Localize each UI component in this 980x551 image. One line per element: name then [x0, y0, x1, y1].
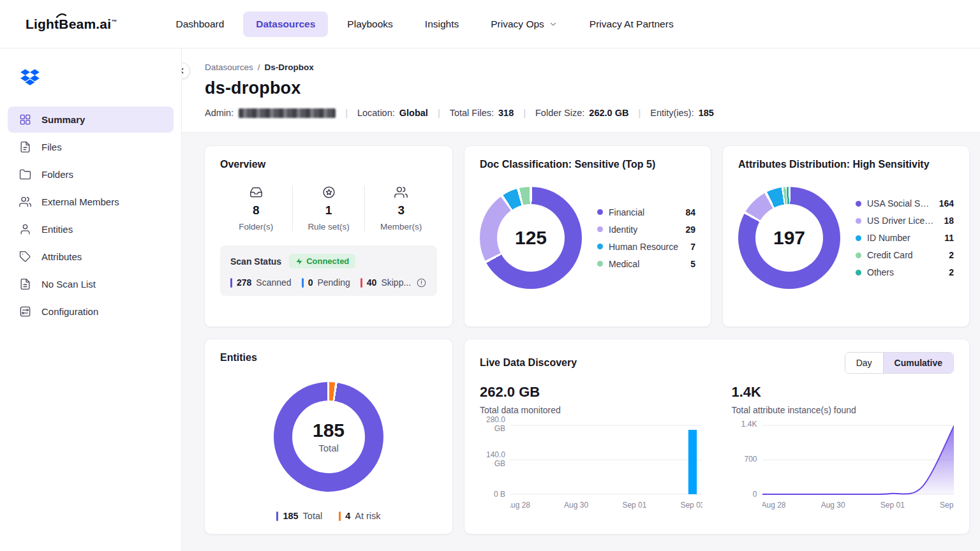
x-axis-tick: Sep 01 [622, 501, 646, 510]
data-monitored-bar-chart [510, 425, 702, 495]
zap-icon [295, 258, 303, 265]
sidebar-item-external-members[interactable]: External Members [8, 189, 174, 215]
y-axis-tick: 140.0 GB [480, 451, 505, 469]
overview-card-title: Overview [220, 159, 437, 170]
scan-count-scanned: 278Scanned [230, 277, 292, 288]
doc-classification-title: Doc Classification: Sensitive (Top 5) [480, 159, 695, 170]
users-icon [19, 196, 31, 208]
legend-label: Credit Card [867, 250, 941, 260]
dropbox-icon [8, 68, 174, 107]
sidebar-item-label: External Members [41, 196, 119, 207]
meta-value: 318 [498, 108, 514, 118]
overview-stat-member-s: 3Member(s) [365, 186, 437, 231]
sidebar-item-entities[interactable]: Entities [8, 216, 174, 242]
sidebar-item-configuration[interactable]: Configuration [8, 298, 174, 325]
scan-count-value: 0 [308, 277, 313, 288]
grid-icon [19, 114, 31, 126]
live-data-discovery-title: Live Data Discovery [480, 357, 577, 369]
sidebar-item-folders[interactable]: Folders [8, 161, 174, 187]
doc-classification-card: Doc Classification: Sensitive (Top 5) 12… [464, 145, 711, 327]
breadcrumb-parent[interactable]: Datasources [205, 62, 253, 72]
legend-dot [856, 270, 861, 276]
attributes-distribution-donut: 197 [738, 187, 840, 289]
meta-value: 185 [699, 108, 714, 118]
nav-item-datasources[interactable]: Datasources [243, 11, 328, 37]
cards-row-1: Overview 8Folder(s)1Rule set(s)3Member(s… [204, 145, 970, 327]
entities-total: 185 [313, 420, 345, 441]
sidebar-item-files[interactable]: Files [8, 134, 174, 160]
meta-value: 262.0 GB [589, 108, 628, 118]
toggle-cumulative[interactable]: Cumulative [883, 353, 953, 373]
legend-dot [856, 201, 861, 207]
scan-status-box: Scan Status Connected 278Scanned0Pending… [220, 246, 437, 296]
legend-value: 18 [944, 216, 954, 226]
y-axis-tick: 280.0 GB [480, 416, 505, 434]
nav-item-playbooks[interactable]: Playbooks [334, 11, 406, 37]
admin-value-redacted [239, 108, 336, 118]
toggle-day[interactable]: Day [845, 353, 883, 373]
x-axis-tick: Sep 03 [680, 501, 702, 510]
attributes-found-total: 1.4K [732, 384, 954, 400]
donut-hole: 185 Total [292, 400, 365, 473]
bar-plot-area [510, 425, 702, 495]
sidebar-item-no-scan-list[interactable]: No Scan List [8, 271, 174, 297]
scan-count-skipp: 40Skipp... [360, 277, 426, 288]
y-axis-tick: 1.4K [732, 420, 757, 429]
meta-label: Admin: [205, 108, 234, 118]
file-icon [19, 141, 31, 153]
legend-item-us-driver-license: US Driver License18 [856, 216, 954, 226]
legend-dot [597, 244, 603, 249]
attributes-distribution-card: Attributes Distribution: High Sensitivit… [722, 145, 970, 327]
nav-item-label: Insights [425, 18, 459, 30]
cards-area: Overview 8Folder(s)1Rule set(s)3Member(s… [182, 133, 980, 551]
nav-item-privacy-at-partners[interactable]: Privacy At Partners [577, 11, 687, 37]
legend-value: 29 [685, 224, 695, 235]
scan-counts: 278Scanned0Pending40Skipp... [230, 277, 427, 288]
live-data-discovery-card: Live Data Discovery DayCumulative 262.0 … [464, 339, 970, 534]
alert-circle-icon[interactable] [417, 278, 426, 288]
x-axis-tick: Aug 30 [564, 501, 588, 510]
nav-item-label: Dashboard [175, 18, 224, 30]
plot-column: Aug 28Aug 30Sep 01Sep 03 [510, 425, 702, 510]
attributes-distribution-title: Attributes Distribution: High Sensitivit… [738, 159, 954, 170]
sidebar: SummaryFilesFoldersExternal MembersEntit… [0, 48, 182, 551]
y-axis-tick: 0 B [480, 490, 505, 499]
legend-label: Human Resource [609, 242, 683, 252]
nav-item-insights[interactable]: Insights [412, 11, 471, 37]
overview-stat-label: Rule set(s) [308, 222, 349, 231]
meta-separator: | [638, 108, 641, 118]
sidebar-item-summary[interactable]: Summary [8, 107, 174, 133]
chevron-down-icon [549, 20, 558, 29]
scan-count-label: Scanned [256, 277, 291, 288]
data-monitored-total: 262.0 GB [480, 384, 702, 400]
entities-legend-at-risk: 4At risk [339, 511, 380, 521]
sliders-icon [19, 305, 31, 318]
x-axis-labels: Aug 28Aug 30Sep 01Sep 03 [510, 499, 702, 510]
nav-item-dashboard[interactable]: Dashboard [163, 11, 237, 37]
users-icon [394, 186, 408, 199]
legend-item-others: Others2 [856, 267, 954, 277]
nav-item-privacy-ops[interactable]: Privacy Ops [478, 11, 570, 37]
app-logo[interactable]: LightBeam.ai™ [26, 17, 117, 32]
legend-value: 7 [690, 242, 695, 252]
main-nav: DashboardDatasourcesPlaybooksInsightsPri… [163, 11, 686, 37]
live-data-discovery-body: 262.0 GB Total data monitored 280.0 GB14… [480, 384, 954, 510]
legend-value: 185 [283, 511, 298, 521]
sidebar-item-label: No Scan List [41, 279, 96, 290]
entities-donut-wrap: 185 Total [220, 366, 437, 507]
doc-classification-body: 125 Financial84Identity29Human Resource7… [480, 187, 695, 289]
legend-item-usa-social-security: USA Social Security...164 [856, 198, 954, 209]
overview-stat-value: 8 [253, 203, 260, 217]
scan-tick [302, 278, 304, 288]
sidebar-item-label: Configuration [41, 306, 98, 317]
live-data-discovery-header: Live Data Discovery DayCumulative [480, 352, 954, 374]
nav-item-label: Privacy Ops [491, 18, 544, 30]
tray-icon [249, 186, 263, 199]
entities-total-label: Total [318, 443, 339, 453]
connected-badge-label: Connected [306, 256, 349, 266]
area-plot-area [762, 425, 954, 495]
meta-value: Global [399, 108, 428, 118]
sidebar-item-attributes[interactable]: Attributes [8, 244, 174, 270]
legend-item-id-number: ID Number11 [856, 233, 954, 243]
x-axis-tick: Sep 03 [940, 501, 954, 510]
